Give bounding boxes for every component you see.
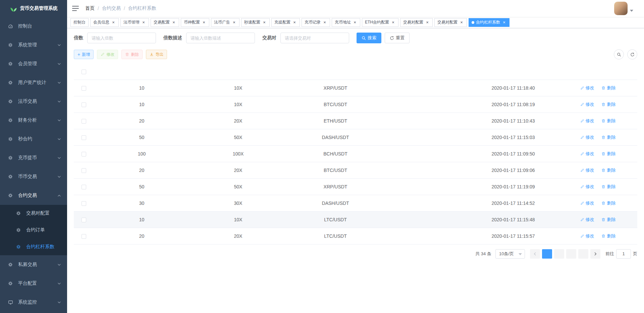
row-delete-button[interactable]: 删除 <box>601 101 615 107</box>
row-delete-button[interactable]: 删除 <box>601 167 615 173</box>
row-delete-button[interactable]: 删除 <box>601 217 615 223</box>
row-checkbox[interactable] <box>82 86 86 91</box>
sidebar-item[interactable]: 合约杠杆系数 <box>0 238 67 255</box>
export-button[interactable]: 导出 <box>146 50 167 59</box>
select-all-checkbox[interactable] <box>82 70 86 74</box>
row-checkbox[interactable] <box>82 201 86 206</box>
row-edit-button[interactable]: 修改 <box>580 200 594 206</box>
close-icon[interactable]: × <box>141 20 146 25</box>
close-icon[interactable]: × <box>262 20 267 25</box>
cell-trading-pair: LTC/USDT <box>287 211 384 228</box>
row-delete-button[interactable]: 删除 <box>601 118 615 124</box>
tab[interactable]: ETH合约配置 × <box>362 18 398 27</box>
search-field-input[interactable] <box>280 33 349 43</box>
row-edit-button[interactable]: 修改 <box>580 184 594 190</box>
row-edit-button[interactable]: 修改 <box>580 134 594 140</box>
row-edit-button[interactable]: 修改 <box>580 151 594 157</box>
page-size-select[interactable]: 10条/页 <box>495 249 525 259</box>
tab[interactable]: 秒速配置 × <box>241 18 270 27</box>
row-checkbox[interactable] <box>82 185 86 189</box>
page-number-button[interactable] <box>542 249 552 259</box>
sidebar-item[interactable]: 私募交易 <box>0 255 67 274</box>
sidebar-item[interactable]: 秒合约 <box>0 130 67 148</box>
row-delete-button[interactable]: 删除 <box>601 184 615 190</box>
delete-button[interactable]: 删除 <box>121 50 143 59</box>
next-page-button[interactable] <box>590 249 600 259</box>
tab[interactable]: 法币管理 × <box>120 18 149 27</box>
search-field-input[interactable] <box>186 33 255 43</box>
tab[interactable]: 控制台 <box>70 18 89 27</box>
row-checkbox[interactable] <box>82 168 86 173</box>
search-button[interactable]: 搜索 <box>357 33 381 43</box>
row-delete-button[interactable]: 删除 <box>601 134 615 140</box>
close-icon[interactable]: × <box>391 20 395 25</box>
close-icon[interactable]: × <box>111 20 116 25</box>
close-icon[interactable]: × <box>202 20 206 25</box>
tab[interactable]: 充币记录 × <box>302 18 330 27</box>
page-number-button[interactable] <box>554 249 564 259</box>
row-edit-button[interactable]: 修改 <box>580 217 594 223</box>
close-icon[interactable]: × <box>459 20 464 25</box>
row-edit-button[interactable]: 修改 <box>580 85 594 91</box>
goto-page-input[interactable] <box>616 249 631 259</box>
row-edit-button[interactable]: 修改 <box>580 101 594 107</box>
row-checkbox[interactable] <box>82 152 86 156</box>
tab[interactable]: 会员信息 × <box>90 18 119 27</box>
close-icon[interactable]: × <box>322 20 327 25</box>
prev-page-button[interactable] <box>530 249 540 259</box>
row-edit-button[interactable]: 修改 <box>580 167 594 173</box>
row-checkbox[interactable] <box>82 234 86 239</box>
close-icon[interactable]: × <box>232 20 236 25</box>
row-checkbox[interactable] <box>82 135 86 140</box>
avatar[interactable] <box>614 2 628 15</box>
sidebar-item[interactable]: 充币提币 <box>0 148 67 167</box>
row-edit-button[interactable]: 修改 <box>580 233 594 239</box>
close-icon[interactable]: × <box>425 20 430 25</box>
edit-button[interactable]: 修改 <box>97 50 118 59</box>
sidebar-item[interactable]: 系统监控 <box>0 293 67 312</box>
close-icon[interactable]: × <box>502 20 506 25</box>
breadcrumb-item[interactable]: 首页 <box>85 5 95 11</box>
sidebar-item[interactable]: 合约交易 <box>0 186 67 205</box>
row-delete-button[interactable]: 删除 <box>601 151 615 157</box>
caret-down-icon[interactable] <box>630 10 633 12</box>
add-button[interactable]: + 新增 <box>74 50 94 59</box>
reset-button[interactable]: 重置 <box>385 33 410 43</box>
tab[interactable]: 充币地址 × <box>332 18 360 27</box>
sidebar-item[interactable]: 用户资产统计 <box>0 73 67 92</box>
close-icon[interactable]: × <box>292 20 297 25</box>
sidebar-item[interactable]: 币币交易 <box>0 167 67 186</box>
row-delete-button[interactable]: 删除 <box>601 200 615 206</box>
sidebar-item[interactable]: 会员管理 <box>0 54 67 73</box>
sidebar-item[interactable]: 合约订单 <box>0 222 67 238</box>
sidebar-item[interactable]: 控制台 <box>0 17 67 36</box>
page-number-button[interactable] <box>566 249 576 259</box>
gear-icon <box>15 228 22 232</box>
sidebar-item[interactable]: 系统管理 <box>0 36 67 54</box>
row-checkbox[interactable] <box>82 119 86 124</box>
sidebar-item[interactable]: 交易对配置 <box>0 205 67 222</box>
row-delete-button[interactable]: 删除 <box>601 85 615 91</box>
tab[interactable]: 交易对配置 × <box>434 18 467 27</box>
hamburger-icon[interactable] <box>67 0 84 17</box>
close-icon[interactable]: × <box>353 20 357 25</box>
search-field-input[interactable] <box>87 33 156 43</box>
tab[interactable]: 交易对配置 × <box>400 18 433 27</box>
row-edit-button[interactable]: 修改 <box>580 118 594 124</box>
row-checkbox[interactable] <box>82 102 86 107</box>
tab[interactable]: 合约杠杆系数 × <box>469 18 509 27</box>
close-icon[interactable]: × <box>171 20 176 25</box>
refresh-table-button[interactable] <box>627 49 637 59</box>
toggle-search-button[interactable] <box>614 49 624 59</box>
sidebar-item[interactable]: 平台配置 <box>0 274 67 293</box>
row-delete-button[interactable]: 删除 <box>601 233 615 239</box>
tab[interactable]: 交易配置 × <box>151 18 179 27</box>
tab[interactable]: 充提配置 × <box>271 18 300 27</box>
page-number-button[interactable] <box>578 249 588 259</box>
sidebar-item[interactable]: 财务分析 <box>0 111 67 130</box>
tab[interactable]: 法币广告 × <box>211 18 239 27</box>
cell-actions: 修改 删除 <box>558 162 637 178</box>
row-checkbox[interactable] <box>82 218 86 222</box>
tab[interactable]: 币种配置 × <box>181 18 209 27</box>
sidebar-item[interactable]: 法币交易 <box>0 92 67 111</box>
